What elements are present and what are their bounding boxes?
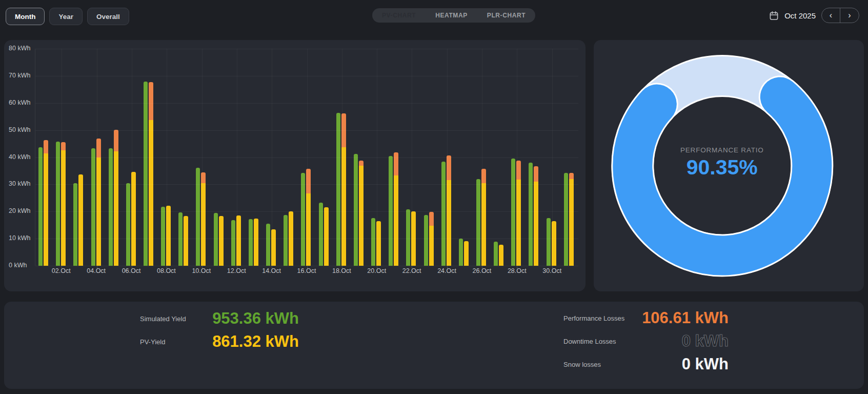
bar-simulated-day-23[interactable] xyxy=(424,215,428,266)
bar-simulated-day-12[interactable] xyxy=(231,220,235,266)
bar-simulated-day-26[interactable] xyxy=(476,179,480,266)
bar-pv-yield-day-1[interactable] xyxy=(44,153,48,266)
prev-month-button[interactable]: ‹ xyxy=(822,8,840,23)
bar-simulated-day-27[interactable] xyxy=(494,242,498,266)
tab-pv-chart[interactable]: PV-CHART xyxy=(372,8,426,23)
bar-simulated-day-15[interactable] xyxy=(284,215,288,266)
x-tick-mark xyxy=(97,266,97,269)
bar-pv-yield-day-27[interactable] xyxy=(499,245,503,266)
performance-ratio-donut: PERFORMANCE RATIO 90.35% xyxy=(609,53,835,279)
next-month-button[interactable]: › xyxy=(840,8,859,23)
gridline-v-16 xyxy=(307,49,308,266)
gridline-v-26 xyxy=(482,49,482,266)
x-tick-mark xyxy=(447,266,448,269)
gridline-v-14 xyxy=(272,49,272,266)
stat-row-performance-losses: Performance Losses 106.61 kWh xyxy=(563,308,729,328)
bar-performance-loss-day-5[interactable] xyxy=(114,130,118,151)
x-tick-mark xyxy=(342,266,342,269)
bar-pv-yield-day-25[interactable] xyxy=(464,241,469,266)
period-button-month[interactable]: Month xyxy=(6,8,45,25)
bar-simulated-day-24[interactable] xyxy=(441,162,446,266)
simulated-yield-label: Simulated Yield xyxy=(140,315,186,323)
gridline-v-22 xyxy=(412,49,412,266)
bar-simulated-day-4[interactable] xyxy=(91,148,95,266)
donut-arc xyxy=(632,97,812,255)
bar-simulated-day-21[interactable] xyxy=(389,156,393,266)
bar-pv-yield-day-19[interactable] xyxy=(359,166,364,266)
bar-pv-yield-day-5[interactable] xyxy=(114,151,118,266)
bar-performance-loss-day-19[interactable] xyxy=(359,161,364,166)
bar-simulated-day-13[interactable] xyxy=(249,219,253,266)
bar-simulated-day-6[interactable] xyxy=(126,183,130,266)
bar-simulated-day-14[interactable] xyxy=(266,224,270,266)
yield-stats-group: Simulated Yield 953.36 kWh PV-Yield 861.… xyxy=(140,308,299,354)
bar-simulated-day-30[interactable] xyxy=(547,218,551,266)
bar-performance-loss-day-21[interactable] xyxy=(394,152,398,175)
bar-simulated-day-22[interactable] xyxy=(406,209,410,266)
bar-pv-yield-day-7[interactable] xyxy=(149,120,153,266)
snow-losses-label: Snow losses xyxy=(563,361,601,368)
bar-simulated-day-19[interactable] xyxy=(354,154,358,266)
y-tick-label: 80 kWh xyxy=(9,45,30,52)
bar-performance-loss-day-23[interactable] xyxy=(429,212,434,226)
y-tick-label: 50 kWh xyxy=(9,126,30,133)
bar-pv-yield-day-13[interactable] xyxy=(254,219,258,266)
period-toggle-group: Month Year Overall xyxy=(6,8,129,25)
period-button-year[interactable]: Year xyxy=(49,8,83,25)
bar-pv-yield-day-23[interactable] xyxy=(429,226,434,266)
snow-losses-value: 0 kWh xyxy=(601,355,729,373)
bar-simulated-day-5[interactable] xyxy=(109,148,113,266)
bar-simulated-day-1[interactable] xyxy=(38,147,43,266)
bar-pv-yield-day-21[interactable] xyxy=(394,175,398,266)
bar-simulated-day-25[interactable] xyxy=(459,239,463,266)
bar-simulated-day-11[interactable] xyxy=(214,213,218,266)
bar-simulated-day-28[interactable] xyxy=(511,159,515,266)
bar-simulated-day-3[interactable] xyxy=(73,183,77,266)
gridline-v-24 xyxy=(447,49,448,266)
stat-row-snow-losses: Snow losses 0 kWh xyxy=(563,354,729,375)
bar-pv-yield-day-29[interactable] xyxy=(534,182,538,266)
tab-plr-chart[interactable]: PLR-CHART xyxy=(477,8,535,23)
bar-performance-loss-day-31[interactable] xyxy=(569,173,574,179)
bar-pv-yield-day-31[interactable] xyxy=(569,179,574,266)
x-tick-mark xyxy=(202,266,203,269)
x-tick-mark xyxy=(272,266,272,269)
x-tick-mark xyxy=(482,266,482,269)
bar-simulated-day-16[interactable] xyxy=(301,173,305,266)
y-tick-label: 40 kWh xyxy=(9,153,30,161)
bar-simulated-day-17[interactable] xyxy=(319,203,323,266)
pv-yield-label: PV-Yield xyxy=(140,338,165,346)
bar-pv-yield-day-3[interactable] xyxy=(78,174,83,266)
plot-area xyxy=(35,49,578,266)
x-tick-mark xyxy=(167,266,167,269)
y-tick-label: 10 kWh xyxy=(9,234,30,242)
bar-pv-yield-day-11[interactable] xyxy=(219,216,224,266)
y-tick-label: 20 kWh xyxy=(9,207,30,214)
bar-performance-loss-day-1[interactable] xyxy=(44,140,48,153)
tab-heatmap[interactable]: HEATMAP xyxy=(426,8,477,23)
bar-pv-yield-day-9[interactable] xyxy=(184,216,188,266)
stat-row-downtime-losses: Downtime Losses 0 kWh xyxy=(563,331,729,351)
bar-pv-yield-day-17[interactable] xyxy=(324,207,329,266)
pv-yield-value: 861.32 kWh xyxy=(165,332,299,351)
bar-simulated-day-31[interactable] xyxy=(564,173,568,266)
performance-ratio-panel: PERFORMANCE RATIO 90.35% xyxy=(594,40,864,291)
losses-stats-group: Performance Losses 106.61 kWh Downtime L… xyxy=(563,308,729,377)
period-button-overall[interactable]: Overall xyxy=(87,8,129,25)
bar-performance-loss-day-29[interactable] xyxy=(534,166,538,182)
gridline-v-4 xyxy=(97,49,97,266)
bar-simulated-day-20[interactable] xyxy=(371,218,375,266)
bar-simulated-day-10[interactable] xyxy=(196,168,200,266)
donut-gauge-svg xyxy=(609,53,835,279)
date-navigator: Oct 2025 ‹ › xyxy=(769,8,859,23)
calendar-icon[interactable] xyxy=(769,11,779,21)
bar-simulated-day-18[interactable] xyxy=(336,113,340,266)
y-tick-label: 0 kWh xyxy=(9,262,27,269)
bar-performance-loss-day-7[interactable] xyxy=(149,82,153,121)
current-month-label: Oct 2025 xyxy=(784,11,816,20)
main-content-row: 0 kWh10 kWh20 kWh30 kWh40 kWh50 kWh60 kW… xyxy=(4,40,864,291)
x-tick-mark xyxy=(552,266,553,269)
bar-simulated-day-8[interactable] xyxy=(161,207,165,266)
bar-simulated-day-29[interactable] xyxy=(529,163,533,266)
bar-simulated-day-2[interactable] xyxy=(56,142,60,266)
